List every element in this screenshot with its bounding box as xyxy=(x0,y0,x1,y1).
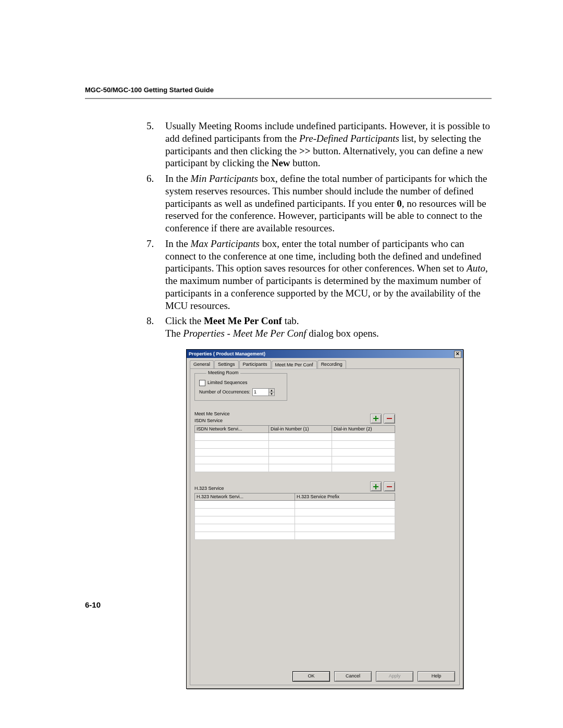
h323-service-block: H.323 Service H.323 Network xyxy=(194,482,395,540)
limited-sequences-checkbox[interactable] xyxy=(199,380,205,386)
properties-dialog: Properties ( Product Management) ✕ Gener… xyxy=(186,349,463,689)
occurrences-input[interactable] xyxy=(253,389,268,396)
table-row[interactable] xyxy=(195,464,395,472)
table-row[interactable] xyxy=(195,532,395,540)
plus-icon xyxy=(373,416,378,421)
isdn-col-1[interactable]: Dial-in Number (1) xyxy=(269,425,332,433)
table-row[interactable] xyxy=(195,449,395,456)
step-5: Usually Meeting Rooms include undefined … xyxy=(144,120,492,169)
meeting-room-group: Meeting Room Limited Sequences Number of… xyxy=(194,373,287,401)
occurrences-stepper[interactable]: ▲ ▼ xyxy=(252,388,275,396)
tab-settings[interactable]: Settings xyxy=(214,360,239,368)
tab-recording[interactable]: Recording xyxy=(317,360,346,368)
page-number: 6-10 xyxy=(85,600,101,609)
table-row[interactable] xyxy=(195,441,395,449)
isdn-remove-button[interactable] xyxy=(384,414,395,424)
table-row[interactable] xyxy=(195,456,395,464)
isdn-add-button[interactable] xyxy=(370,414,382,424)
dialog-body: General Settings Participants Meet Me Pe… xyxy=(187,358,463,688)
apply-button[interactable]: Apply xyxy=(376,671,413,682)
dialog-title: Properties ( Product Management) xyxy=(189,351,265,356)
h323-col-0[interactable]: H.323 Network Servi... xyxy=(195,493,295,501)
body-content: Usually Meeting Rooms include undefined … xyxy=(144,120,492,689)
isdn-service-block: Meet Me Service ISDN Service xyxy=(194,411,395,472)
step-7: In the Max Participants box, enter the t… xyxy=(144,238,492,312)
h323-table[interactable]: H.323 Network Servi... H.323 Service Pre… xyxy=(194,493,395,540)
isdn-table[interactable]: ISDN Network Servi... Dial-in Number (1)… xyxy=(194,425,395,472)
help-button[interactable]: Help xyxy=(418,671,455,682)
h323-col-1[interactable]: H.323 Service Prefix xyxy=(295,493,395,501)
occurrences-label: Number of Occurrences: xyxy=(199,389,250,395)
tab-meet-me-per-conf[interactable]: Meet Me Per Conf xyxy=(272,361,317,369)
limited-sequences-label: Limited Sequences xyxy=(207,380,248,386)
dialog-buttons: OK Cancel Apply Help xyxy=(292,671,455,682)
dialog-titlebar: Properties ( Product Management) ✕ xyxy=(187,350,463,358)
table-row[interactable] xyxy=(195,516,395,524)
table-row[interactable] xyxy=(195,524,395,532)
step-6: In the Min Participants box, define the … xyxy=(144,172,492,235)
table-row[interactable] xyxy=(195,509,395,516)
page-header: MGC-50/MGC-100 Getting Started Guide xyxy=(85,86,492,98)
h323-service-label: H.323 Service xyxy=(194,486,224,491)
close-icon[interactable]: ✕ xyxy=(454,351,461,358)
table-row[interactable] xyxy=(195,433,395,441)
meet-me-service-label: Meet Me Service xyxy=(194,411,230,417)
tabs-row: General Settings Participants Meet Me Pe… xyxy=(190,360,460,368)
minus-icon xyxy=(387,486,392,487)
steps-list: Usually Meeting Rooms include undefined … xyxy=(144,120,492,689)
tab-participants[interactable]: Participants xyxy=(239,360,271,368)
ok-button[interactable]: OK xyxy=(292,671,330,682)
isdn-col-2[interactable]: Dial-in Number (2) xyxy=(332,425,395,433)
tab-general[interactable]: General xyxy=(190,360,214,368)
cancel-button[interactable]: Cancel xyxy=(334,671,372,682)
chevron-down-icon[interactable]: ▼ xyxy=(268,392,274,396)
h323-remove-button[interactable] xyxy=(384,482,395,491)
minus-icon xyxy=(387,418,392,419)
header-rule xyxy=(85,98,492,99)
tab-pane: Meeting Room Limited Sequences Number of… xyxy=(190,368,460,685)
meeting-room-legend: Meeting Room xyxy=(206,370,240,376)
table-row[interactable] xyxy=(195,501,395,509)
isdn-col-0[interactable]: ISDN Network Servi... xyxy=(195,425,269,433)
step-8: Click the Meet Me Per Conf tab. The Prop… xyxy=(144,315,492,689)
isdn-service-label: ISDN Service xyxy=(194,418,230,424)
h323-add-button[interactable] xyxy=(370,482,382,491)
plus-icon xyxy=(373,484,378,489)
